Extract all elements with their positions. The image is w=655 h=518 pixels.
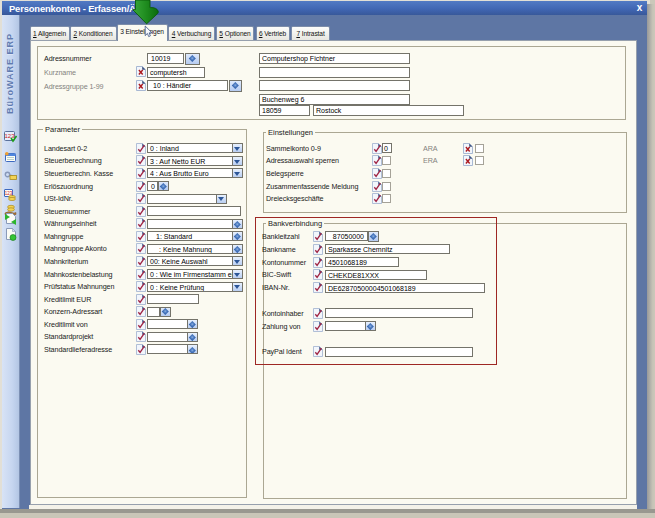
svg-text:123: 123 — [4, 133, 15, 139]
svg-text:123: 123 — [5, 191, 13, 196]
